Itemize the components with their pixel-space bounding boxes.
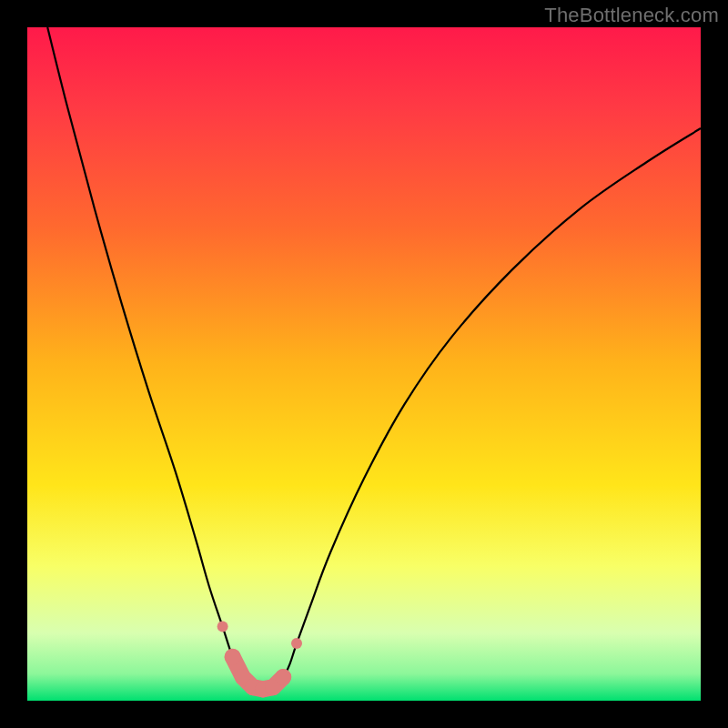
chart-frame: TheBottleneck.com [0,0,728,728]
marker-dot [225,649,241,665]
marker-dot [291,638,302,649]
marker-dot [275,669,291,685]
plot-area [27,27,701,701]
gradient-background [27,27,701,701]
marker-dot [217,622,228,632]
watermark-text: TheBottleneck.com [544,4,719,27]
bottleneck-chart [27,27,701,701]
